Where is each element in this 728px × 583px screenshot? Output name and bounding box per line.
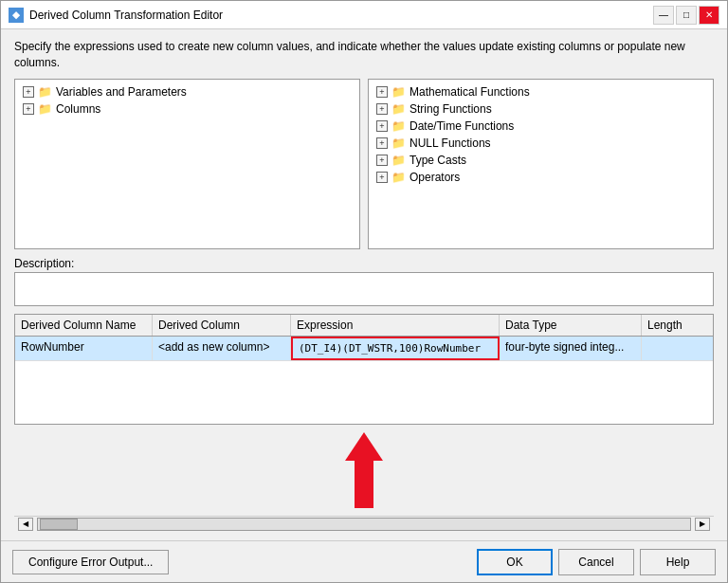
tree-item-casts[interactable]: + 📁 Type Casts xyxy=(373,152,709,169)
tree-label-variables: Variables and Parameters xyxy=(56,85,187,99)
cell-expression[interactable]: (DT_I4)(DT_WSTR,100)RowNumber xyxy=(291,337,500,360)
col-header-name: Derived Column Name xyxy=(15,315,153,336)
expander-variables[interactable]: + xyxy=(23,86,34,98)
content-area: Specify the expressions used to create n… xyxy=(1,29,727,540)
title-bar-left: ◆ Derived Column Transformation Editor xyxy=(9,8,223,23)
right-panel[interactable]: + 📁 Mathematical Functions + 📁 String Fu… xyxy=(368,79,714,249)
scroll-left-button[interactable]: ◀ xyxy=(18,518,33,531)
folder-icon-datetime: 📁 xyxy=(391,119,406,133)
arrow-container xyxy=(14,432,714,508)
table-body: RowNumber <add as new column> (DT_I4)(DT… xyxy=(15,337,713,424)
scroll-thumb[interactable] xyxy=(40,519,78,530)
folder-icon-variables: 📁 xyxy=(38,85,52,99)
arrow-head xyxy=(345,432,383,461)
window-icon: ◆ xyxy=(9,8,24,23)
close-button[interactable]: ✕ xyxy=(699,6,719,25)
red-arrow xyxy=(345,432,383,508)
col-header-length: Length xyxy=(642,315,714,336)
expander-operators[interactable]: + xyxy=(376,172,388,183)
tree-item-math[interactable]: + 📁 Mathematical Functions xyxy=(373,83,709,100)
horizontal-scrollbar[interactable]: ◀ ▶ xyxy=(14,516,714,531)
folder-icon-null: 📁 xyxy=(391,137,406,150)
description-text: Specify the expressions used to create n… xyxy=(14,39,714,71)
tree-item-variables[interactable]: + 📁 Variables and Parameters xyxy=(19,83,355,100)
maximize-button[interactable]: □ xyxy=(676,6,697,25)
tree-label-casts: Type Casts xyxy=(410,154,466,167)
description-section: Description: xyxy=(14,257,714,306)
expander-math[interactable]: + xyxy=(376,86,388,98)
window-title: Derived Column Transformation Editor xyxy=(29,9,223,22)
desc-label: Description: xyxy=(14,257,714,270)
tree-item-string[interactable]: + 📁 String Functions xyxy=(373,100,709,118)
tree-label-null: NULL Functions xyxy=(410,137,491,150)
col-header-datatype: Data Type xyxy=(500,315,642,336)
folder-icon-operators: 📁 xyxy=(391,171,406,184)
col-header-derived: Derived Column xyxy=(153,315,291,336)
dialog-buttons: OK Cancel Help xyxy=(477,549,716,575)
table-header: Derived Column Name Derived Column Expre… xyxy=(15,315,713,337)
expander-null[interactable]: + xyxy=(376,137,388,149)
folder-icon-string: 📁 xyxy=(391,102,406,116)
tree-label-columns: Columns xyxy=(56,102,100,116)
cell-name: RowNumber xyxy=(15,337,153,360)
arrow-shaft xyxy=(355,461,373,508)
tree-label-operators: Operators xyxy=(410,171,460,184)
help-button[interactable]: Help xyxy=(640,549,716,575)
tree-item-null[interactable]: + 📁 NULL Functions xyxy=(373,135,709,152)
tree-item-columns[interactable]: + 📁 Columns xyxy=(19,100,355,118)
desc-box xyxy=(14,272,714,306)
expander-datetime[interactable]: + xyxy=(376,120,388,132)
cell-length xyxy=(642,337,713,360)
title-bar: ◆ Derived Column Transformation Editor —… xyxy=(1,1,727,29)
minimize-button[interactable]: — xyxy=(653,6,674,25)
cell-derived-column: <add as new column> xyxy=(153,337,291,360)
tree-label-math: Mathematical Functions xyxy=(410,85,530,99)
expander-columns[interactable]: + xyxy=(23,103,34,115)
title-controls: — □ ✕ xyxy=(653,6,719,25)
tree-label-datetime: Date/Time Functions xyxy=(410,119,514,133)
main-window: ◆ Derived Column Transformation Editor —… xyxy=(0,0,728,583)
tree-label-string: String Functions xyxy=(410,102,492,116)
cell-datatype: four-byte signed integ... xyxy=(500,337,642,360)
scroll-track[interactable] xyxy=(37,518,691,531)
table-row[interactable]: RowNumber <add as new column> (DT_I4)(DT… xyxy=(15,337,713,361)
col-header-expression: Expression xyxy=(291,315,500,336)
configure-error-output-button[interactable]: Configure Error Output... xyxy=(12,550,169,574)
table-section: Derived Column Name Derived Column Expre… xyxy=(14,314,714,425)
cancel-button[interactable]: Cancel xyxy=(558,549,634,575)
scroll-right-button[interactable]: ▶ xyxy=(695,518,710,531)
expander-string[interactable]: + xyxy=(376,103,388,115)
left-panel[interactable]: + 📁 Variables and Parameters + 📁 Columns xyxy=(14,79,360,249)
bottom-bar: Configure Error Output... OK Cancel Help xyxy=(1,540,727,582)
tree-item-datetime[interactable]: + 📁 Date/Time Functions xyxy=(373,118,709,135)
ok-button[interactable]: OK xyxy=(477,549,553,575)
folder-icon-casts: 📁 xyxy=(391,154,406,167)
folder-icon-math: 📁 xyxy=(391,85,406,99)
tree-item-operators[interactable]: + 📁 Operators xyxy=(373,169,709,186)
expander-casts[interactable]: + xyxy=(376,155,388,166)
folder-icon-columns: 📁 xyxy=(38,102,52,116)
panels-container: + 📁 Variables and Parameters + 📁 Columns… xyxy=(14,79,714,249)
